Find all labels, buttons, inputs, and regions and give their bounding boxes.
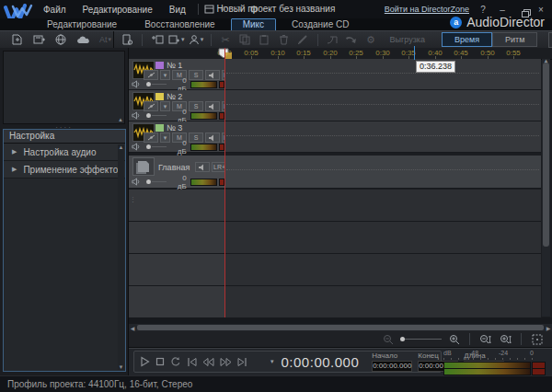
- envelope-line[interactable]: [226, 73, 539, 74]
- crossfade-icon[interactable]: [325, 33, 340, 47]
- go-to-start-button[interactable]: [187, 356, 197, 368]
- cloud-icon[interactable]: [75, 33, 91, 47]
- empty-lane[interactable]: [224, 222, 541, 253]
- menu-edit[interactable]: Редактирование: [75, 5, 161, 15]
- row-drag-handle[interactable]: ⋮: [130, 197, 136, 202]
- master-track-lane[interactable]: [224, 156, 541, 188]
- master-track-name[interactable]: Главная: [158, 163, 190, 172]
- zoom-in-icon[interactable]: [446, 332, 462, 346]
- track-name[interactable]: № 3: [167, 123, 182, 133]
- zoom-slider[interactable]: [400, 337, 442, 341]
- tab-restore[interactable]: Восстановление: [132, 18, 227, 31]
- track-lane-3[interactable]: [224, 121, 541, 152]
- volume-slider[interactable]: [146, 144, 151, 149]
- record-options-dropdown[interactable]: ▾: [270, 358, 274, 365]
- library-sort-button[interactable]: At▾: [98, 33, 113, 47]
- volume-speaker-icon: [132, 178, 141, 186]
- import-to-library-icon[interactable]: [31, 33, 47, 47]
- scroll-right-icon[interactable]: ▶: [545, 325, 552, 331]
- file-settings-icon[interactable]: [120, 33, 135, 47]
- horizontal-scroll-thumb[interactable]: [137, 325, 544, 330]
- directorzone-signin-link[interactable]: Войти на DirectorZone: [385, 5, 469, 14]
- scroll-up-icon[interactable]: ▲: [118, 117, 123, 122]
- settings-gear-icon[interactable]: ⚙: [363, 33, 379, 47]
- envelope-line[interactable]: [226, 104, 539, 105]
- vertical-scrollbar[interactable]: ▲: [542, 59, 550, 317]
- track-header-1[interactable]: № 1 ▾ M S LR+ 0 дБ: [129, 59, 224, 89]
- loop-button[interactable]: [170, 356, 181, 368]
- output-speaker-button[interactable]: [195, 162, 210, 172]
- settings-item-effects[interactable]: ▶ Применение эффектов: [4, 161, 125, 179]
- playhead-line[interactable]: [224, 48, 225, 317]
- downmix-icon[interactable]: [344, 33, 360, 47]
- track-header-2[interactable]: № 2 ▾ M S LR+ 0 дБ: [129, 90, 224, 121]
- volume-slider[interactable]: [146, 179, 151, 184]
- fit-to-window-icon[interactable]: [529, 332, 545, 346]
- empty-track-row[interactable]: [129, 254, 541, 286]
- time-mode-button[interactable]: Время: [442, 32, 492, 47]
- track-lane-2[interactable]: [224, 90, 541, 121]
- track-color-swatch[interactable]: [155, 62, 164, 69]
- directorzone-download-icon[interactable]: [53, 33, 69, 47]
- track-name[interactable]: № 2: [167, 92, 182, 101]
- volume-slider[interactable]: [146, 82, 151, 86]
- delete-icon[interactable]: [276, 33, 292, 47]
- help-button[interactable]: ?: [477, 5, 489, 15]
- fast-forward-button[interactable]: [220, 356, 232, 368]
- record-source-icon[interactable]: ▾: [189, 33, 204, 47]
- import-media-icon[interactable]: [9, 33, 25, 47]
- settings-scrollbar[interactable]: ▲ ▼: [118, 144, 124, 370]
- upload-button[interactable]: Выгрузка: [383, 34, 432, 45]
- meter-bar-right: [443, 368, 531, 375]
- end-label: Конец: [418, 352, 439, 360]
- envelope-line[interactable]: [226, 169, 539, 170]
- zoom-out-icon[interactable]: [380, 332, 396, 346]
- go-to-end-button[interactable]: [237, 356, 247, 368]
- track-header-3[interactable]: № 3 ▾ M S LR+ 0 дБ: [129, 121, 224, 152]
- vertical-scroll-thumb[interactable]: [543, 63, 549, 247]
- brand-name: AudioDirector: [466, 15, 545, 29]
- track-color-swatch[interactable]: [155, 93, 164, 100]
- close-button[interactable]: ×: [535, 5, 546, 15]
- tab-edit[interactable]: Редактирование: [35, 18, 129, 31]
- add-track-icon[interactable]: [149, 33, 165, 47]
- copy-icon[interactable]: [237, 33, 253, 47]
- envelope-line[interactable]: [226, 135, 539, 136]
- scroll-left-icon[interactable]: ◀: [129, 325, 136, 331]
- vertical-zoom-out-icon[interactable]: [477, 332, 493, 346]
- paste-icon[interactable]: [257, 33, 272, 47]
- empty-lane[interactable]: [224, 286, 541, 317]
- scroll-down-icon[interactable]: ▼: [118, 364, 124, 370]
- vertical-zoom-in-icon[interactable]: [498, 332, 513, 346]
- track-lane-1[interactable]: [224, 59, 541, 89]
- mixer-panel-button[interactable]: [548, 32, 552, 48]
- tab-mix[interactable]: Микс: [231, 18, 276, 31]
- empty-track-row[interactable]: ⋮: [129, 190, 541, 222]
- media-library-list[interactable]: ▲: [3, 51, 125, 124]
- scroll-up-icon[interactable]: ▲: [118, 144, 124, 150]
- track-color-swatch[interactable]: [155, 124, 164, 132]
- play-button[interactable]: [140, 356, 150, 368]
- minimize-button[interactable]: –: [497, 5, 508, 15]
- cut-icon[interactable]: ✂: [218, 33, 234, 47]
- rewind-button[interactable]: [202, 356, 214, 368]
- menu-file[interactable]: Файл: [35, 5, 75, 15]
- tab-create-cd[interactable]: Создание CD: [280, 18, 361, 31]
- start-time-field[interactable]: 0:00:00.000: [372, 361, 412, 372]
- volume-slider[interactable]: [146, 113, 151, 118]
- empty-lane[interactable]: [224, 190, 541, 221]
- settings-item-audio[interactable]: ▶ Настройка аудио: [4, 144, 125, 161]
- pencil-icon[interactable]: [295, 33, 311, 47]
- empty-track-row[interactable]: [129, 286, 541, 318]
- zoom-slider-groove: [405, 339, 442, 340]
- horizontal-scrollbar[interactable]: ◀ ▶: [129, 324, 552, 331]
- track-name[interactable]: № 1: [167, 61, 182, 70]
- insert-audio-icon[interactable]: ▾: [168, 33, 185, 47]
- clip-indicator[interactable]: [532, 368, 546, 375]
- master-track-header[interactable]: Главная LR+ 0 дБ: [129, 156, 224, 188]
- project-profile-text: Профиль проекта: 44100Гц, 16-бит, Стерео: [7, 379, 192, 389]
- empty-lane[interactable]: [224, 254, 541, 285]
- stop-button[interactable]: [155, 356, 165, 368]
- beat-mode-button[interactable]: Ритм: [492, 32, 537, 47]
- empty-track-row[interactable]: [129, 222, 541, 254]
